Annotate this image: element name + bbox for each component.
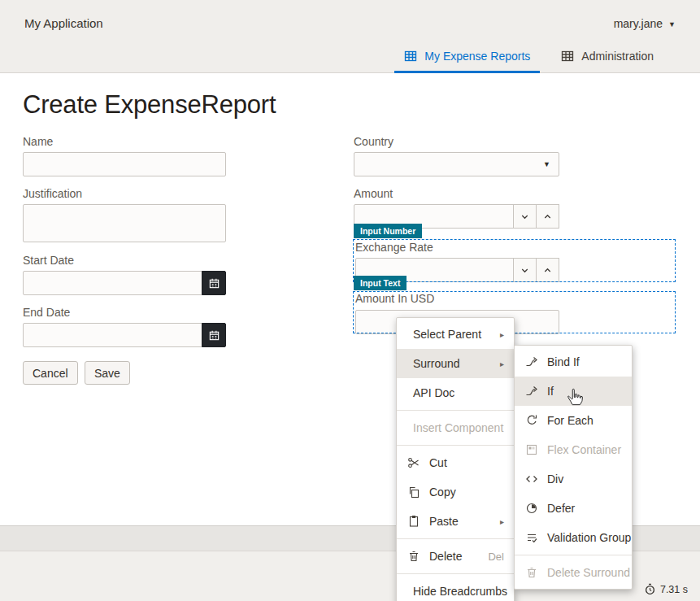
name-label: Name (23, 135, 53, 148)
defer-clock-icon (525, 502, 538, 515)
scissors-icon (407, 456, 420, 469)
amount-label: Amount (354, 187, 393, 200)
grid-icon (404, 50, 417, 63)
menu-separator (397, 538, 514, 539)
menu-item-delete[interactable]: Delete Del (397, 542, 514, 571)
menu-separator (397, 573, 514, 574)
menu-item-label: Div (547, 473, 563, 486)
menu-item-label: Select Parent (413, 328, 481, 341)
submenu-arrow-icon: ▸ (500, 359, 504, 368)
submenu-item-defer[interactable]: Defer (515, 494, 632, 523)
trash-icon (407, 550, 420, 563)
menu-item-label: Defer (547, 502, 575, 515)
justification-input[interactable] (23, 204, 226, 242)
step-up-icon[interactable] (536, 204, 559, 229)
menu-separator (515, 555, 632, 555)
user-menu[interactable]: mary.jane ▼ (614, 17, 676, 30)
context-menu: Select Parent ▸ Surround ▸ API Doc Inser… (396, 317, 515, 601)
tab-my-expense-reports[interactable]: My Expense Reports (394, 41, 540, 73)
user-name: mary.jane (614, 17, 663, 30)
menu-item-select-parent[interactable]: Select Parent ▸ (397, 320, 514, 349)
end-date-label: End Date (23, 306, 70, 319)
menu-item-label: Delete Surround (547, 566, 630, 579)
submenu-item-if[interactable]: If (515, 377, 632, 406)
page-title: Create ExpenseReport (23, 90, 276, 120)
start-date-field (23, 271, 226, 295)
end-date-field (23, 323, 226, 347)
surround-submenu: Bind If If For Each Fle (514, 345, 633, 590)
end-date-input[interactable] (23, 323, 202, 347)
menu-separator (397, 410, 514, 411)
country-label: Country (354, 135, 393, 148)
tab-bar: My Expense Reports Administration (394, 41, 663, 73)
menu-item-paste[interactable]: Paste ▸ (397, 507, 514, 536)
validation-icon (525, 531, 538, 544)
submenu-item-bind-if[interactable]: Bind If (515, 347, 632, 377)
save-button[interactable]: Save (85, 361, 130, 385)
app-title: My Application (24, 16, 103, 30)
menu-item-label: If (547, 385, 554, 398)
step-up-icon[interactable] (536, 258, 559, 282)
name-input[interactable] (23, 152, 226, 176)
submenu-item-delete-surround: Delete Surround (515, 558, 632, 587)
calendar-icon[interactable] (202, 271, 226, 295)
step-down-icon[interactable] (513, 204, 537, 229)
country-select[interactable]: ▼ (354, 152, 559, 176)
trash-icon (525, 566, 538, 579)
menu-item-label: Delete (429, 550, 462, 563)
submenu-item-for-each[interactable]: For Each (515, 406, 632, 435)
app-header: My Application mary.jane ▼ My Expense Re… (0, 0, 700, 73)
screen: My Application mary.jane ▼ My Expense Re… (0, 0, 700, 601)
menu-item-hide-breadcrumbs[interactable]: Hide Breadcrumbs (397, 577, 514, 601)
chevron-down-icon: ▼ (668, 20, 676, 28)
cancel-button[interactable]: Cancel (23, 361, 78, 385)
menu-item-label: API Doc (413, 386, 454, 399)
country-select-input[interactable] (354, 152, 559, 176)
branch-icon (525, 355, 538, 368)
branch-icon (525, 385, 538, 398)
stopwatch-icon (644, 583, 656, 595)
menu-item-label: Paste (429, 515, 459, 528)
start-date-input[interactable] (23, 271, 202, 295)
tab-label: My Expense Reports (424, 50, 530, 63)
load-timer: 7.31 s (644, 583, 688, 595)
submenu-item-div[interactable]: Div (515, 464, 632, 494)
submenu-arrow-icon: ▸ (500, 330, 504, 339)
submenu-item-validation-group[interactable]: Validation Group (515, 523, 632, 552)
menu-item-api-doc[interactable]: API Doc (397, 378, 514, 407)
menu-item-insert-component: Insert Component (397, 413, 514, 442)
menu-item-cut[interactable]: Cut (397, 448, 514, 477)
menu-item-label: Surround (413, 357, 460, 370)
tab-administration[interactable]: Administration (551, 41, 663, 73)
justification-label: Justification (23, 187, 82, 200)
amount-in-usd-label: Amount In USD (355, 292, 434, 305)
tab-label: Administration (581, 50, 654, 63)
menu-item-label: Validation Group (547, 531, 631, 544)
menu-item-label: Bind If (547, 355, 580, 368)
step-down-icon[interactable] (513, 258, 537, 282)
submenu-arrow-icon: ▸ (500, 517, 504, 526)
grid-icon (561, 50, 574, 63)
submenu-item-flex-container: Flex Container (515, 435, 632, 464)
exchange-rate-label: Exchange Rate (355, 241, 433, 254)
menu-item-label: Cut (429, 456, 447, 469)
component-badge-input-text: Input Text (354, 276, 407, 290)
menu-item-label: Insert Component (413, 421, 503, 434)
calendar-icon[interactable] (202, 323, 226, 347)
timer-value: 7.31 s (660, 584, 688, 595)
menu-item-label: For Each (547, 414, 593, 427)
menu-item-label: Flex Container (547, 443, 621, 456)
menu-item-surround[interactable]: Surround ▸ (397, 349, 514, 378)
menu-item-label: Copy (429, 486, 456, 499)
menu-separator (397, 445, 514, 446)
component-badge-input-number: Input Number (354, 224, 422, 238)
copy-icon (407, 486, 420, 499)
menu-shortcut: Del (488, 551, 504, 563)
menu-item-label: Hide Breadcrumbs (413, 585, 507, 598)
start-date-label: Start Date (23, 254, 74, 267)
code-icon (525, 473, 538, 486)
container-icon (525, 443, 538, 456)
loop-icon (525, 414, 538, 427)
menu-item-copy[interactable]: Copy (397, 477, 514, 507)
paste-icon (407, 515, 420, 528)
